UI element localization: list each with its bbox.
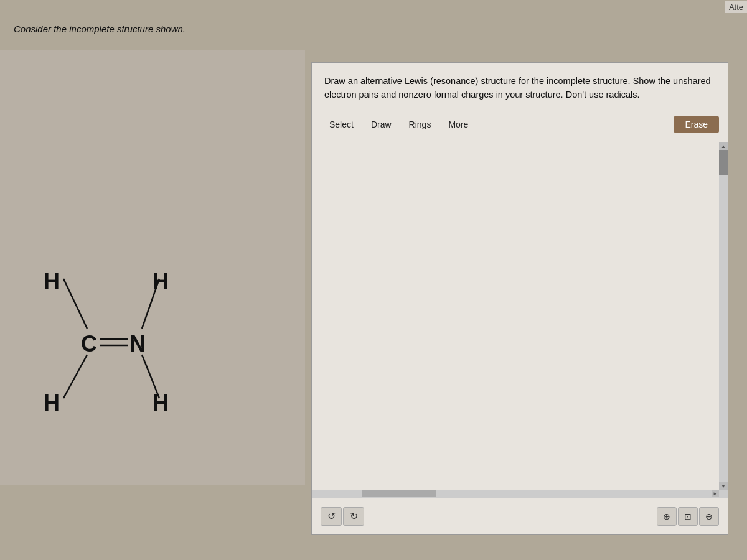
canvas-inner <box>312 138 728 523</box>
instructions: Draw an alternative Lewis (resonance) st… <box>312 63 728 111</box>
scroll-arrow-right[interactable]: ► <box>712 490 719 497</box>
canvas-area[interactable] <box>312 138 728 523</box>
scroll-thumb-horizontal[interactable] <box>362 490 436 497</box>
svg-line-10 <box>142 279 159 329</box>
molecule-svg: H H C N H H <box>37 255 212 429</box>
zoom-out-button[interactable]: ⊖ <box>699 507 719 526</box>
select-button[interactable]: Select <box>321 116 362 133</box>
toolbar: Select Draw Rings More Erase <box>312 111 728 138</box>
bottom-left-buttons: ↺ ↻ <box>321 507 364 526</box>
redo-button[interactable]: ↻ <box>343 507 364 526</box>
zoom-in-icon: ⊕ <box>663 511 670 521</box>
rings-button[interactable]: Rings <box>400 116 440 133</box>
scroll-thumb-vertical[interactable] <box>719 150 728 175</box>
fit-icon: ⊡ <box>684 511 692 521</box>
svg-text:N: N <box>129 331 146 357</box>
redo-icon: ↻ <box>350 510 358 522</box>
scroll-track-horizontal[interactable] <box>312 490 719 497</box>
svg-text:H: H <box>44 269 60 294</box>
svg-line-9 <box>63 355 87 398</box>
bottom-toolbar: ↺ ↻ ⊕ ⊡ ⊖ <box>312 497 728 534</box>
top-right-label: Atte <box>725 1 747 13</box>
fit-button[interactable]: ⊡ <box>678 507 698 526</box>
erase-button[interactable]: Erase <box>674 116 719 133</box>
question-label: Consider the incomplete structure shown. <box>14 24 186 34</box>
svg-text:C: C <box>81 331 97 357</box>
svg-line-11 <box>142 355 159 398</box>
bottom-right-buttons: ⊕ ⊡ ⊖ <box>657 507 719 526</box>
svg-text:H: H <box>153 390 169 416</box>
scroll-arrow-down[interactable]: ▼ <box>719 482 728 490</box>
scroll-arrow-up[interactable]: ▲ <box>719 142 728 150</box>
undo-icon: ↺ <box>327 510 336 522</box>
zoom-in-button[interactable]: ⊕ <box>657 507 677 526</box>
drawing-panel: Draw an alternative Lewis (resonance) st… <box>311 62 728 535</box>
svg-text:H: H <box>44 390 60 416</box>
draw-button[interactable]: Draw <box>362 116 400 133</box>
more-button[interactable]: More <box>439 116 477 133</box>
zoom-out-icon: ⊖ <box>705 511 713 521</box>
scroll-track-vertical[interactable] <box>719 150 728 497</box>
undo-button[interactable]: ↺ <box>321 507 342 526</box>
svg-line-8 <box>63 279 87 329</box>
molecule-area: H H C N H H <box>0 50 305 485</box>
